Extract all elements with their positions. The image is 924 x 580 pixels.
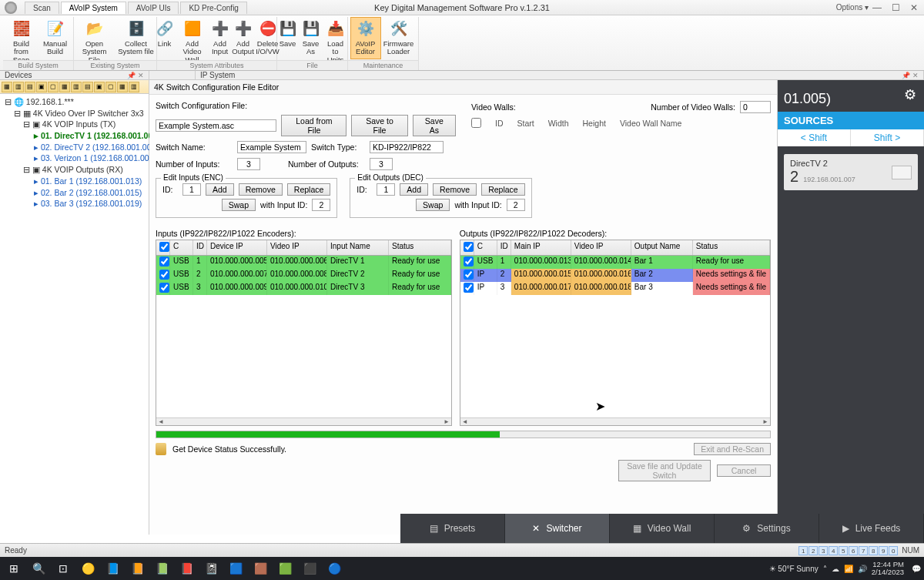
ip-system-panel-tab[interactable]: IP System📌 ✕ [196, 71, 924, 79]
group-maint-label: Maintenance [348, 60, 418, 70]
load-from-file-button[interactable]: Load from File [281, 115, 346, 136]
tray-cloud-icon[interactable]: ☁ [832, 565, 839, 573]
input-replace-button[interactable]: Replace [287, 183, 331, 196]
tray-chevron-icon[interactable]: ˄ [823, 565, 827, 573]
switch-type-label: Switch Type: [311, 142, 365, 152]
app-icon-4[interactable]: 📕 [176, 559, 197, 578]
notifications-icon[interactable]: 💬 [912, 565, 921, 573]
output-id-field[interactable] [377, 183, 395, 196]
taskview-button[interactable]: ⊡ [52, 559, 74, 578]
save-to-file-button[interactable]: Save to File [351, 115, 407, 136]
num-inputs-input[interactable] [237, 158, 260, 170]
output-remove-button[interactable]: Remove [433, 183, 477, 196]
tree-switcher[interactable]: ⊟ ▦ 4K Video Over IP Switcher 3x3 [2, 108, 147, 119]
input-add-button[interactable]: Add [206, 183, 234, 196]
app-icon-3[interactable]: 📗 [151, 559, 172, 578]
switcher-icon: ✕ [532, 523, 540, 534]
shift-right-button[interactable]: Shift > [851, 129, 924, 146]
search-button[interactable]: 🔍 [28, 559, 49, 578]
start-button[interactable]: ⊞ [3, 559, 25, 578]
inputs-grid[interactable]: C ID Device IP Video IP Input Name Statu… [156, 240, 452, 426]
cancel-button[interactable]: Cancel [717, 464, 771, 477]
input-id-field[interactable] [182, 183, 201, 196]
devices-toolbar[interactable]: ▦▥▤▣▢▦▥▤▣▢▦▥ [0, 80, 149, 94]
num-video-walls-input[interactable] [740, 101, 771, 113]
exit-rescan-button[interactable]: Exit and Re-Scan [694, 443, 771, 455]
num-video-walls-label: Number of Video Walls: [651, 102, 735, 112]
output-row-2[interactable]: IP2 010.000.000.015010.000.000.016 Bar 2… [460, 269, 770, 282]
tray-wifi-icon[interactable]: 📶 [844, 565, 853, 573]
tab-avoip-system[interactable]: AVoIP System [61, 2, 126, 14]
output-swap-id-field[interactable] [507, 199, 525, 211]
tree-input-1[interactable]: ▸ 01. DirecTV 1 (192.168.001.005) [2, 130, 147, 142]
clock[interactable]: 12:44 PM 2/14/2023 [872, 561, 907, 577]
device-tree[interactable]: ⊟ 🌐 192.168.1.*** ⊟ ▦ 4K Video Over IP S… [0, 94, 149, 212]
output-row-1[interactable]: USB1 010.000.000.013010.000.000.014 Bar … [460, 256, 770, 269]
nav-videowall[interactable]: ▦Video Wall [610, 514, 715, 543]
tree-outputs-group[interactable]: ⊟ ▣ 4K VOIP Outputs (RX) [2, 164, 147, 176]
output-add-button[interactable]: Add [400, 183, 428, 196]
nav-presets[interactable]: ▤Presets [400, 514, 505, 543]
input-row-3[interactable]: USB3 010.000.000.009010.000.000.010 Dire… [156, 282, 451, 295]
app-icon-8[interactable]: 🟩 [274, 559, 296, 578]
app-icon-9[interactable]: ⬛ [299, 559, 320, 578]
nav-livefeeds[interactable]: ▶Live Feeds [819, 514, 924, 543]
app-icon-6[interactable]: 🟦 [225, 559, 246, 578]
tree-inputs-group[interactable]: ⊟ ▣ 4K VOIP Inputs (TX) [2, 119, 147, 130]
app-icon-5[interactable]: 📓 [200, 559, 222, 578]
output-swap-button[interactable]: Swap [416, 199, 450, 211]
nav-settings[interactable]: ⚙Settings [715, 514, 819, 543]
save-update-button[interactable]: Save file and Update Switch [618, 460, 711, 481]
nav-switcher[interactable]: ✕Switcher [505, 514, 610, 543]
weather-widget[interactable]: ☀ 50°F Sunny [769, 565, 819, 573]
app-logo [5, 2, 17, 14]
num-outputs-input[interactable] [370, 158, 393, 170]
tree-input-3[interactable]: ▸ 03. Verizon 1 (192.168.001.009) [2, 153, 147, 164]
output-replace-button[interactable]: Replace [481, 183, 525, 196]
input-row-1[interactable]: USB1 010.000.000.005010.000.000.006 Dire… [156, 256, 451, 269]
app-icon-10[interactable]: 🔵 [323, 559, 345, 578]
inputs-chk-all[interactable] [159, 242, 169, 252]
num-indicator: NUM [902, 546, 919, 555]
window-maximize[interactable]: ☐ [889, 2, 902, 13]
mini-buttons[interactable]: 1234567890 [798, 546, 899, 555]
editor-icon: ⚙️ [357, 20, 375, 39]
chrome-icon[interactable]: 🟡 [77, 559, 99, 578]
app-icon-1[interactable]: 📘 [102, 559, 123, 578]
gear-icon[interactable]: ⚙ [904, 86, 916, 103]
save-as-file-button[interactable]: Save As [413, 115, 456, 136]
avoip-editor-button[interactable]: ⚙️AVoIP Editor [350, 17, 381, 59]
tree-output-3[interactable]: ▸ 03. Bar 3 (192.168.001.019) [2, 198, 147, 210]
options-menu[interactable]: Options ▾ [836, 3, 869, 12]
app-icon-2[interactable]: 📙 [126, 559, 148, 578]
tab-kd-preconfig[interactable]: KD Pre-Config [180, 2, 246, 14]
tree-output-1[interactable]: ▸ 01. Bar 1 (192.168.001.013) [2, 176, 147, 187]
input-swap-button[interactable]: Swap [222, 199, 256, 211]
tab-scan[interactable]: Scan [25, 2, 59, 14]
inputs-scroll[interactable] [156, 417, 451, 425]
devices-panel-tab[interactable]: Devices📌 ✕ [0, 71, 149, 79]
shift-left-button[interactable]: < Shift [778, 129, 851, 146]
window-minimize[interactable]: — [870, 2, 884, 13]
source-card[interactable]: DirecTV 2 2 192.168.001.007 [784, 154, 918, 190]
window-close[interactable]: ✕ [907, 2, 921, 13]
switch-name-input[interactable] [237, 141, 306, 153]
tray-volume-icon[interactable]: 🔊 [858, 565, 867, 573]
scf-input[interactable] [156, 119, 276, 132]
input-swap-id-field[interactable] [312, 199, 330, 211]
tree-root[interactable]: ⊟ 🌐 192.168.1.*** [2, 96, 147, 108]
switch-type-input[interactable] [370, 141, 444, 153]
tree-input-2[interactable]: ▸ 02. DirecTV 2 (192.168.001.007) [2, 142, 147, 153]
vw-chk-all[interactable] [471, 118, 481, 128]
sources-header: SOURCES [778, 112, 924, 129]
input-remove-button[interactable]: Remove [239, 183, 283, 196]
tab-avoip-uis[interactable]: AVoIP UIs [128, 2, 179, 14]
outputs-grid[interactable]: C ID Main IP Video IP Output Name Status… [460, 240, 771, 426]
outputs-scroll[interactable] [460, 417, 770, 425]
input-row-2[interactable]: USB2 010.000.000.007010.000.000.008 Dire… [156, 269, 451, 282]
tree-output-2[interactable]: ▸ 02. Bar 2 (192.168.001.015) [2, 187, 147, 199]
output-row-3[interactable]: IP3 010.000.000.017010.000.000.018 Bar 3… [460, 282, 770, 295]
outputs-chk-all[interactable] [464, 242, 474, 252]
app-icon-7[interactable]: 🟫 [249, 559, 271, 578]
firmware-loader-button[interactable]: 🛠️Firmware Loader [381, 17, 417, 59]
